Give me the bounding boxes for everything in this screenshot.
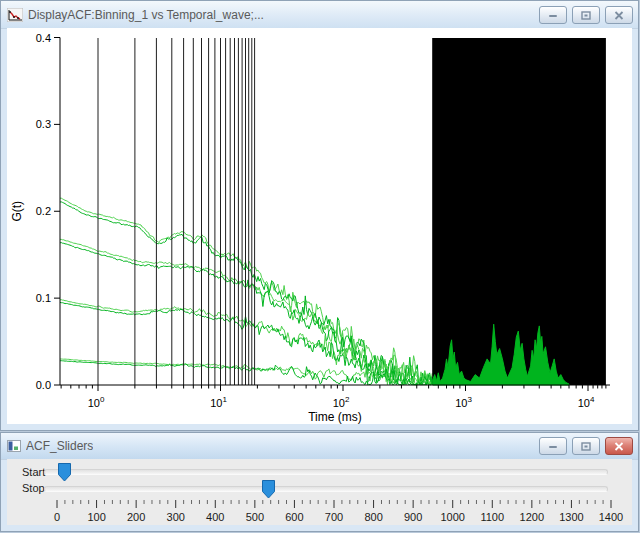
sliders-maximize-button[interactable] [572, 437, 600, 455]
panel-icon [7, 440, 21, 452]
desktop: DisplayACF:Binning_1 vs Temporal_wave;..… [0, 0, 640, 533]
svg-text:Time (ms): Time (ms) [308, 410, 362, 424]
minimize-icon [548, 11, 558, 20]
svg-text:0.4: 0.4 [36, 32, 51, 44]
maximize-icon [581, 442, 591, 451]
svg-text:G(t): G(t) [10, 201, 24, 222]
start-slider-thumb[interactable] [58, 463, 71, 482]
svg-text:1000: 1000 [440, 511, 464, 523]
svg-text:104: 104 [578, 395, 595, 409]
stop-slider-track[interactable] [44, 486, 608, 492]
svg-text:102: 102 [333, 395, 350, 409]
svg-text:0.2: 0.2 [36, 205, 51, 217]
svg-text:101: 101 [210, 395, 227, 409]
slider-ruler: 0100200300400500600700800900100011001200… [7, 497, 632, 525]
graph-client-area: 0.00.10.20.30.4100101102103104Time (ms)G… [7, 28, 632, 424]
minimize-icon [548, 442, 558, 451]
graph-window-title: DisplayACF:Binning_1 vs Temporal_wave;..… [28, 8, 264, 22]
sliders-window-title: ACF_Sliders [26, 439, 93, 453]
sliders-minimize-button[interactable] [539, 437, 567, 455]
svg-text:0: 0 [54, 511, 60, 523]
svg-text:200: 200 [127, 511, 145, 523]
graph-window: DisplayACF:Binning_1 vs Temporal_wave;..… [0, 0, 639, 431]
svg-text:100: 100 [87, 511, 105, 523]
maximize-icon [581, 11, 591, 20]
close-button[interactable] [605, 6, 633, 24]
graph-window-titlebar[interactable]: DisplayACF:Binning_1 vs Temporal_wave;..… [1, 1, 638, 29]
start-slider-label: Start [22, 466, 45, 478]
svg-text:800: 800 [364, 511, 382, 523]
svg-text:300: 300 [167, 511, 185, 523]
sliders-client-area: Start Stop 01002003004005006007008009001… [7, 459, 632, 525]
svg-text:1400: 1400 [599, 511, 623, 523]
minimize-button[interactable] [539, 6, 567, 24]
svg-text:600: 600 [285, 511, 303, 523]
svg-text:103: 103 [455, 395, 472, 409]
close-icon [614, 11, 624, 20]
stop-slider-label: Stop [22, 482, 45, 494]
maximize-button[interactable] [572, 6, 600, 24]
svg-text:400: 400 [206, 511, 224, 523]
svg-text:1200: 1200 [520, 511, 544, 523]
sliders-window: ACF_Sliders Start Stop [0, 432, 639, 532]
acf-plot[interactable]: 0.00.10.20.30.4100101102103104Time (ms)G… [7, 28, 632, 424]
graph-icon [7, 8, 23, 22]
svg-text:0.3: 0.3 [36, 118, 51, 130]
sliders-window-titlebar[interactable]: ACF_Sliders [1, 433, 638, 460]
svg-text:1300: 1300 [559, 511, 583, 523]
svg-text:0.0: 0.0 [36, 379, 51, 391]
svg-text:900: 900 [404, 511, 422, 523]
sliders-close-button[interactable] [605, 437, 633, 455]
svg-text:0.1: 0.1 [36, 292, 51, 304]
svg-text:1100: 1100 [480, 511, 504, 523]
svg-text:700: 700 [325, 511, 343, 523]
close-icon [614, 442, 624, 451]
start-slider-track[interactable] [44, 469, 608, 475]
svg-text:500: 500 [246, 511, 264, 523]
svg-text:100: 100 [88, 395, 105, 409]
